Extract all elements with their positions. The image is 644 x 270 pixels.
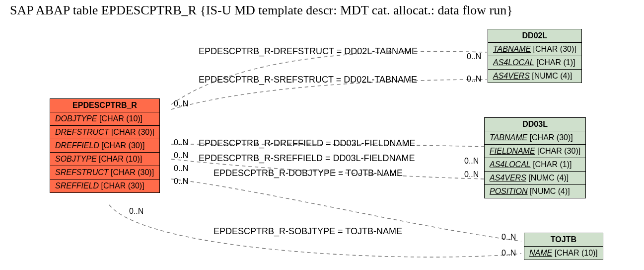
entity-header: DD03L — [485, 118, 586, 131]
field-name: NAME [CHAR (10)] — [524, 247, 603, 260]
entity-header: EPDESCPTRB_R — [50, 99, 160, 112]
card-tgt-tojtb-a: 0..N — [501, 233, 516, 242]
rel-sreffield: EPDESCPTRB_R-SREFFIELD = DD03L-FIELDNAME — [199, 153, 415, 164]
card-tgt-dd02l-a: 0..N — [467, 52, 481, 61]
rel-dobjtype: EPDESCPTRB_R-DOBJTYPE = TOJTB-NAME — [214, 168, 403, 179]
card-src-r1r2: 0..N — [174, 99, 188, 108]
card-src-r4b: 0..N — [174, 164, 188, 173]
entity-epdescptrb-r: EPDESCPTRB_R DOBJTYPE [CHAR (10)] DREFST… — [50, 98, 160, 193]
card-src-r3: 0..N — [174, 138, 188, 147]
card-src-r5: 0..N — [174, 177, 188, 186]
field-tabname: TABNAME [CHAR (30)] — [488, 43, 582, 56]
entity-dd02l: DD02L TABNAME [CHAR (30)] AS4LOCAL [CHAR… — [488, 29, 582, 83]
card-tgt-dd03l-a: 0..N — [464, 157, 479, 166]
field-sobjtype: SOBJTYPE [CHAR (10)] — [50, 153, 160, 166]
card-tgt-dd02l-b: 0..N — [467, 75, 481, 84]
entity-tojtb: TOJTB NAME [CHAR (10)] — [524, 233, 603, 260]
field-drefstruct: DREFSTRUCT [CHAR (30)] — [50, 126, 160, 139]
entity-header: DD02L — [488, 29, 582, 43]
card-tgt-tojtb-b: 0..N — [501, 249, 516, 258]
rel-srefstruct: EPDESCPTRB_R-SREFSTRUCT = DD02L-TABNAME — [199, 75, 417, 85]
field-as4local: AS4LOCAL [CHAR (1)] — [488, 56, 582, 70]
field-fieldname: FIELDNAME [CHAR (30)] — [485, 145, 586, 158]
field-dreffield: DREFFIELD [CHAR (30)] — [50, 139, 160, 153]
field-position: POSITION [NUMC (4)] — [485, 185, 586, 198]
rel-drefstruct: EPDESCPTRB_R-DREFSTRUCT = DD02L-TABNAME — [199, 46, 418, 57]
field-sreffield: SREFFIELD [CHAR (30)] — [50, 180, 160, 193]
rel-dreffield: EPDESCPTRB_R-DREFFIELD = DD03L-FIELDNAME — [199, 138, 416, 149]
entity-header: TOJTB — [524, 233, 603, 247]
field-as4local: AS4LOCAL [CHAR (1)] — [485, 158, 586, 172]
card-src-r4: 0..N — [174, 151, 188, 160]
rel-sobjtype: EPDESCPTRB_R-SOBJTYPE = TOJTB-NAME — [214, 226, 402, 237]
field-as4vers: AS4VERS [NUMC (4)] — [485, 172, 586, 185]
field-as4vers: AS4VERS [NUMC (4)] — [488, 70, 582, 83]
field-srefstruct: SREFSTRUCT [CHAR (30)] — [50, 166, 160, 180]
diagram-canvas: SAP ABAP table EPDESCPTRB_R {IS-U MD tem… — [0, 0, 644, 270]
field-tabname: TABNAME [CHAR (30)] — [485, 131, 586, 145]
card-tgt-dd03l-b: 0..N — [464, 170, 479, 179]
entity-dd03l: DD03L TABNAME [CHAR (30)] FIELDNAME [CHA… — [484, 117, 586, 198]
card-src-r6: 0..N — [129, 207, 143, 216]
page-title: SAP ABAP table EPDESCPTRB_R {IS-U MD tem… — [10, 3, 513, 18]
field-dobjtype: DOBJTYPE [CHAR (10)] — [50, 112, 160, 126]
